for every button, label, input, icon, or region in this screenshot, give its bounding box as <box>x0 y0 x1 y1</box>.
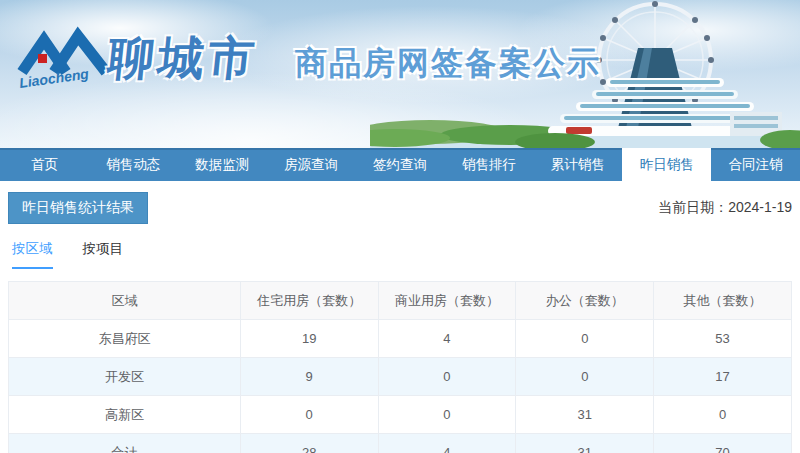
city-name: 聊城市 <box>105 28 262 90</box>
nav-item-data-monitor[interactable]: 数据监测 <box>178 148 267 181</box>
cell-region: 高新区 <box>9 396 241 434</box>
col-header-region: 区域 <box>9 282 241 320</box>
nav-item-contract-cancel[interactable]: 合同注销 <box>711 148 800 181</box>
cell-value: 0 <box>516 320 654 358</box>
cell-value: 19 <box>240 320 378 358</box>
cell-value: 70 <box>654 434 792 453</box>
cell-value: 0 <box>378 358 516 396</box>
nav-item-housing-query[interactable]: 房源查询 <box>267 148 356 181</box>
nav-item-yesterday-sales[interactable]: 昨日销售 <box>622 148 711 181</box>
table-row-total: 合计 28 4 31 70 <box>9 434 792 453</box>
nav-item-total-sales[interactable]: 累计销售 <box>533 148 622 181</box>
cell-value: 0 <box>240 396 378 434</box>
cell-region: 合计 <box>9 434 241 453</box>
col-header-residential: 住宅用房（套数） <box>240 282 378 320</box>
liaocheng-logo-icon: Liaocheng <box>16 24 116 96</box>
nav-item-home[interactable]: 首页 <box>0 148 89 181</box>
site-banner: Liaocheng 聊城市 商品房网签备案公示 <box>0 0 800 148</box>
table-row: 东昌府区 19 4 0 53 <box>9 320 792 358</box>
col-header-commercial: 商业用房（套数） <box>378 282 516 320</box>
cell-value: 0 <box>378 396 516 434</box>
nav-item-sales-ranking[interactable]: 销售排行 <box>444 148 533 181</box>
nav-item-contract-query[interactable]: 签约查询 <box>356 148 445 181</box>
cell-value: 28 <box>240 434 378 453</box>
cell-value: 0 <box>654 396 792 434</box>
cell-value: 0 <box>516 358 654 396</box>
section-title-badge: 昨日销售统计结果 <box>8 192 148 224</box>
tab-by-region[interactable]: 按区域 <box>12 240 53 269</box>
cell-value: 4 <box>378 434 516 453</box>
main-nav: 首页 销售动态 数据监测 房源查询 签约查询 销售排行 累计销售 昨日销售 合同… <box>0 148 800 181</box>
tab-by-project[interactable]: 按项目 <box>83 240 124 269</box>
table-header-row: 区域 住宅用房（套数） 商业用房（套数） 办公（套数） 其他（套数） <box>9 282 792 320</box>
cell-value: 31 <box>516 396 654 434</box>
site-title: 商品房网签备案公示 <box>295 42 601 86</box>
table-row: 高新区 0 0 31 0 <box>9 396 792 434</box>
current-date-label: 当前日期：2024-1-19 <box>658 199 792 217</box>
cell-region: 开发区 <box>9 358 241 396</box>
cell-value: 17 <box>654 358 792 396</box>
nav-item-sales-dynamics[interactable]: 销售动态 <box>89 148 178 181</box>
sales-stats-table: 区域 住宅用房（套数） 商业用房（套数） 办公（套数） 其他（套数） 东昌府区 … <box>8 281 792 453</box>
view-tabs: 按区域 按项目 <box>8 240 792 269</box>
col-header-office: 办公（套数） <box>516 282 654 320</box>
cell-value: 53 <box>654 320 792 358</box>
col-header-other: 其他（套数） <box>654 282 792 320</box>
cell-value: 31 <box>516 434 654 453</box>
main-content: 昨日销售统计结果 当前日期：2024-1-19 按区域 按项目 区域 住宅用房（… <box>0 192 800 453</box>
table-row: 开发区 9 0 0 17 <box>9 358 792 396</box>
cell-value: 9 <box>240 358 378 396</box>
cell-value: 4 <box>378 320 516 358</box>
cell-region: 东昌府区 <box>9 320 241 358</box>
